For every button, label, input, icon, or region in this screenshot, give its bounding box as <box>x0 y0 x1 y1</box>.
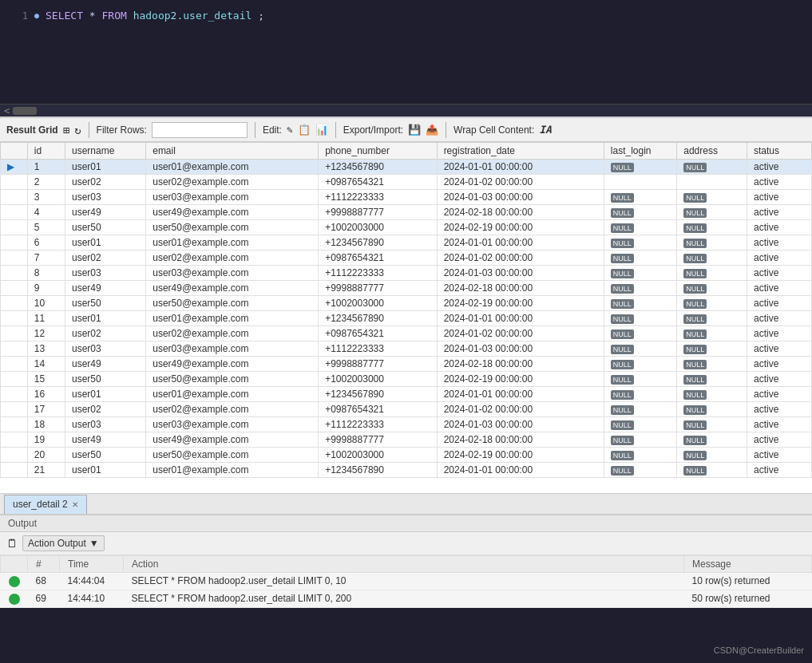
cell-id: 17 <box>27 402 65 417</box>
cell-username: user50 <box>65 220 145 235</box>
cell-username: user50 <box>65 448 145 463</box>
cell-id: 1 <box>27 160 65 175</box>
cell-status: active <box>747 235 811 251</box>
col-phone[interactable]: phone_number <box>319 143 437 160</box>
cell-username: user03 <box>65 190 145 205</box>
filter-rows-input[interactable] <box>152 122 248 138</box>
cell-phone: +1234567890 <box>319 311 437 326</box>
tab-user-detail-2[interactable]: user_detail 2 ✕ <box>4 495 87 514</box>
cell-email: user03@example.com <box>146 341 319 357</box>
output-cell-num: 68 <box>28 573 60 590</box>
wrap-icon[interactable]: IA <box>539 124 552 136</box>
col-username[interactable]: username <box>65 143 145 160</box>
cell-id: 4 <box>27 205 65 220</box>
cell-address: NULL <box>677 281 747 296</box>
cell-status: active <box>747 372 811 387</box>
cell-address <box>677 175 747 190</box>
output-cell-status <box>1 573 28 590</box>
scrollbar-thumb[interactable] <box>13 107 37 115</box>
col-address[interactable]: address <box>677 143 747 160</box>
sql-line-1: 1 ● SELECT * FROM hadoop2.user_detail ; <box>0 8 812 23</box>
cell-status: active <box>747 175 811 190</box>
table-row[interactable]: 2 user02 user02@example.com +0987654321 … <box>1 175 812 190</box>
table-row[interactable]: 5 user50 user50@example.com +1002003000 … <box>1 220 812 235</box>
refresh-icon[interactable]: ↻ <box>74 124 81 136</box>
table-row[interactable]: 9 user49 user49@example.com +9998887777 … <box>1 281 812 296</box>
cell-address: NULL <box>677 326 747 341</box>
col-status[interactable]: status <box>747 143 811 160</box>
table-row[interactable]: 6 user01 user01@example.com +1234567890 … <box>1 235 812 251</box>
cell-login: NULL <box>604 311 676 326</box>
cell-login: NULL <box>604 251 676 266</box>
table-row[interactable]: 12 user02 user02@example.com +0987654321… <box>1 326 812 341</box>
cell-login: NULL <box>604 387 676 402</box>
col-email[interactable]: email <box>146 143 319 160</box>
wrap-cell-label: Wrap Cell Content: <box>454 124 534 136</box>
cell-login: NULL <box>604 266 676 281</box>
edit-icon2[interactable]: 📋 <box>298 124 311 136</box>
dropdown-arrow-icon: ▼ <box>89 538 99 549</box>
cell-email: user49@example.com <box>146 205 319 220</box>
export-icon[interactable]: 💾 <box>408 124 421 136</box>
cell-username: user49 <box>65 432 145 448</box>
cell-email: user02@example.com <box>146 402 319 417</box>
table-row[interactable]: 14 user49 user49@example.com +9998887777… <box>1 357 812 372</box>
table-row[interactable]: 15 user50 user50@example.com +1002003000… <box>1 372 812 387</box>
cell-date: 2024-01-01 00:00:00 <box>437 160 604 175</box>
data-table-container[interactable]: id username email phone_number registrat… <box>0 142 812 493</box>
row-indicator <box>1 311 28 326</box>
horizontal-scrollbar[interactable]: < <box>0 104 812 116</box>
table-row[interactable]: 7 user02 user02@example.com +0987654321 … <box>1 251 812 266</box>
table-row[interactable]: 16 user01 user01@example.com +1234567890… <box>1 387 812 402</box>
table-row[interactable]: 3 user03 user03@example.com +1112223333 … <box>1 190 812 205</box>
cell-date: 2024-01-02 00:00:00 <box>437 175 604 190</box>
cell-status: active <box>747 463 811 478</box>
edit-icon[interactable]: ✎ <box>287 124 293 136</box>
cell-login: NULL <box>604 205 676 220</box>
table-row[interactable]: 17 user02 user02@example.com +0987654321… <box>1 402 812 417</box>
cell-username: user02 <box>65 175 145 190</box>
output-cell-num: 69 <box>28 590 60 607</box>
table-row[interactable]: 8 user03 user03@example.com +1112223333 … <box>1 266 812 281</box>
cell-email: user50@example.com <box>146 372 319 387</box>
cell-phone: +1234567890 <box>319 463 437 478</box>
table-row[interactable]: 11 user01 user01@example.com +1234567890… <box>1 311 812 326</box>
cell-id: 9 <box>27 281 65 296</box>
cell-username: user02 <box>65 326 145 341</box>
import-icon[interactable]: 📤 <box>426 124 438 136</box>
tab-close-icon[interactable]: ✕ <box>72 500 78 509</box>
cell-email: user01@example.com <box>146 387 319 402</box>
edit-icon3[interactable]: 📊 <box>315 124 328 136</box>
table-row[interactable]: ▶ 1 user01 user01@example.com +123456789… <box>1 160 812 175</box>
action-output-button[interactable]: Action Output ▼ <box>22 535 105 551</box>
cell-date: 2024-02-19 00:00:00 <box>437 296 604 311</box>
cell-status: active <box>747 266 811 281</box>
table-row[interactable]: 18 user03 user03@example.com +1112223333… <box>1 417 812 432</box>
col-login[interactable]: last_login <box>604 143 676 160</box>
cell-address: NULL <box>677 357 747 372</box>
cell-email: user50@example.com <box>146 448 319 463</box>
cell-phone: +1002003000 <box>319 448 437 463</box>
table-row[interactable]: 21 user01 user01@example.com +1234567890… <box>1 463 812 478</box>
result-grid-label: Result Grid <box>6 124 58 136</box>
table-row[interactable]: 10 user50 user50@example.com +1002003000… <box>1 296 812 311</box>
cell-id: 12 <box>27 326 65 341</box>
col-date[interactable]: registration_date <box>437 143 604 160</box>
cell-phone: +0987654321 <box>319 175 437 190</box>
row-indicator <box>1 417 28 432</box>
cell-date: 2024-01-01 00:00:00 <box>437 387 604 402</box>
cell-phone: +1112223333 <box>319 266 437 281</box>
col-id[interactable]: id <box>27 143 65 160</box>
table-row[interactable]: 13 user03 user03@example.com +1112223333… <box>1 341 812 357</box>
table-row[interactable]: 20 user50 user50@example.com +1002003000… <box>1 448 812 463</box>
sql-editor[interactable]: 1 ● SELECT * FROM hadoop2.user_detail ; <box>0 0 812 104</box>
cell-phone: +1112223333 <box>319 190 437 205</box>
table-row[interactable]: 4 user49 user49@example.com +9998887777 … <box>1 205 812 220</box>
ok-icon <box>9 576 20 587</box>
grid-icon[interactable]: ⊞ <box>63 124 69 136</box>
row-indicator <box>1 387 28 402</box>
cell-phone: +1002003000 <box>319 372 437 387</box>
line-number: 1 <box>8 10 28 22</box>
table-row[interactable]: 19 user49 user49@example.com +9998887777… <box>1 432 812 448</box>
cell-status: active <box>747 357 811 372</box>
